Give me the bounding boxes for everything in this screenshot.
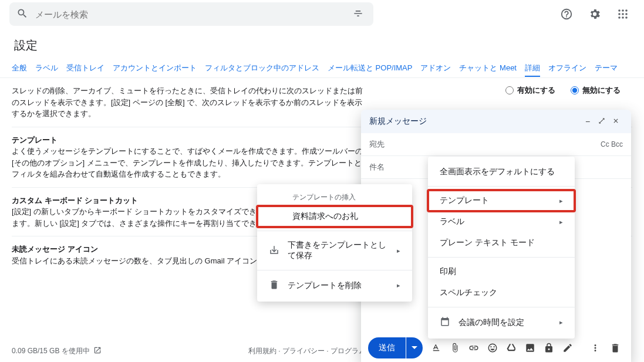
setting-unread-title: 未読メッセージ アイコン [12, 245, 98, 253]
template-delete[interactable]: テンプレートを削除 [257, 274, 412, 297]
submenu-heading: テンプレートの挿入 [257, 189, 412, 206]
template-save-label: 下書きをテンプレートとして保存 [288, 240, 389, 261]
tab-chat[interactable]: チャットと Meet [459, 60, 517, 76]
menu-schedule-label: 会議の時間を設定 [458, 317, 524, 328]
menu-plaintext[interactable]: プレーン テキスト モード [428, 232, 575, 253]
tab-general[interactable]: 全般 [12, 60, 27, 76]
calendar-icon [440, 316, 450, 329]
setting-keyboard-title: カスタム キーボード ショートカット [12, 196, 138, 205]
svg-point-6 [618, 16, 621, 19]
menu-spellcheck[interactable]: スペルチェック [428, 282, 575, 303]
compose-more-menu: 全画面表示をデフォルトにする テンプレート ラベル プレーン テキスト モード … [428, 157, 575, 339]
svg-point-8 [625, 16, 628, 19]
radio-enable[interactable]: 有効にする [505, 85, 555, 96]
format-icon[interactable] [427, 339, 445, 357]
link-icon[interactable] [465, 339, 483, 357]
svg-point-2 [625, 9, 628, 12]
setting-templates-title: テンプレート [12, 136, 58, 144]
bcc-button[interactable]: Bcc [611, 140, 623, 148]
template-delete-label: テンプレートを削除 [288, 280, 362, 291]
page-title: 設定 [0, 28, 644, 60]
send-button[interactable]: 送信 [368, 337, 406, 358]
menu-print[interactable]: 印刷 [428, 261, 575, 282]
settings-tabs: 全般 ラベル 受信トレイ アカウントとインポート フィルタとブロック中のアドレス… [0, 60, 644, 78]
menu-separator [257, 231, 412, 231]
svg-point-1 [622, 9, 624, 12]
search-filter-icon[interactable] [352, 8, 364, 21]
search-input[interactable] [35, 9, 352, 19]
drive-icon[interactable] [503, 339, 520, 357]
help-icon[interactable] [555, 2, 578, 26]
compose-to-row[interactable]: 宛先 Cc Bcc [361, 133, 631, 156]
tab-labels[interactable]: ラベル [35, 60, 58, 76]
template-insert-item[interactable]: 資料請求へのお礼 [257, 206, 412, 227]
compose-header: 新規メッセージ − [361, 110, 631, 133]
tab-addons[interactable]: アドオン [420, 60, 451, 76]
tab-filters[interactable]: フィルタとブロック中のアドレス [205, 60, 319, 76]
more-options-icon[interactable] [586, 339, 604, 357]
tab-inbox[interactable]: 受信トレイ [66, 60, 104, 76]
emoji-icon[interactable] [484, 339, 501, 357]
send-button-group: 送信 [368, 337, 423, 358]
menu-separator [428, 186, 575, 187]
menu-schedule[interactable]: 会議の時間を設定 [428, 311, 575, 334]
search-icon [16, 8, 28, 21]
templates-submenu: テンプレートの挿入 資料請求へのお礼 下書きをテンプレートとして保存 テンプレー… [257, 184, 412, 302]
tab-themes[interactable]: テーマ [595, 60, 618, 76]
image-icon[interactable] [521, 339, 539, 357]
subject-label: 件名 [369, 162, 385, 172]
svg-point-7 [622, 16, 624, 19]
send-options-dropdown[interactable] [406, 337, 423, 358]
template-save-draft[interactable]: 下書きをテンプレートとして保存 [257, 235, 412, 266]
menu-fullscreen[interactable]: 全画面表示をデフォルトにする [428, 161, 575, 182]
tab-advanced[interactable]: 詳細 [525, 60, 540, 77]
discard-icon[interactable] [606, 339, 624, 357]
open-in-new-icon[interactable] [93, 346, 102, 356]
setting-templates-desc: よく使うメッセージをテンプレートにすることで、すばやくメールを作成できます。作成… [12, 147, 363, 178]
storage-text: 0.09 GB/15 GB を使用中 [12, 346, 90, 356]
svg-point-4 [622, 13, 624, 15]
save-icon [269, 245, 279, 257]
delete-icon [269, 279, 279, 292]
svg-point-3 [618, 13, 621, 15]
top-icons [555, 2, 635, 26]
signature-icon[interactable] [559, 339, 576, 357]
compose-minimize-icon[interactable]: − [581, 117, 595, 126]
tab-forwarding[interactable]: メール転送と POP/IMAP [328, 60, 412, 76]
cc-button[interactable]: Cc [601, 140, 609, 148]
compose-close-icon[interactable] [609, 117, 623, 126]
svg-point-5 [625, 13, 628, 15]
setting-auto-advance-desc: スレッドの削除、アーカイブ、ミュートを行ったときに、受信トレイの代わりに次のスレ… [12, 85, 364, 120]
to-label: 宛先 [369, 139, 385, 150]
menu-separator [428, 257, 575, 258]
compose-title: 新規メッセージ [369, 116, 581, 127]
tab-offline[interactable]: オフライン [548, 60, 586, 76]
svg-point-0 [618, 9, 621, 12]
tab-accounts[interactable]: アカウントとインポート [113, 60, 197, 76]
settings-gear-icon[interactable] [583, 2, 606, 26]
search-box[interactable] [9, 2, 373, 26]
menu-separator [257, 270, 412, 270]
radio-disable[interactable]: 無効にする [571, 85, 621, 96]
menu-separator [428, 307, 575, 307]
apps-icon[interactable] [611, 2, 635, 26]
menu-templates[interactable]: テンプレート [428, 190, 575, 211]
attach-icon[interactable] [446, 339, 464, 357]
compose-popout-icon[interactable] [595, 117, 609, 126]
menu-label[interactable]: ラベル [428, 211, 575, 232]
confidential-icon[interactable] [540, 339, 558, 357]
top-bar [0, 0, 644, 28]
